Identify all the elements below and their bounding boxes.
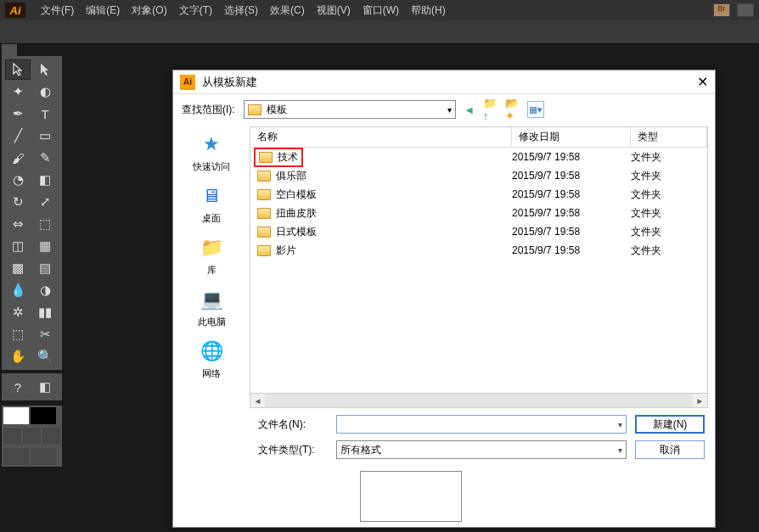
menu-help[interactable]: 帮助(H): [411, 3, 446, 18]
file-row[interactable]: 扭曲皮肤 2015/9/7 19:58 文件夹: [250, 204, 707, 222]
bridge-icon[interactable]: Br: [713, 3, 730, 17]
file-date: 2015/9/7 19:58: [512, 244, 631, 256]
cancel-button[interactable]: 取消: [635, 440, 705, 459]
place-desktop[interactable]: 🖥 桌面: [197, 183, 226, 225]
paintbrush-tool-icon[interactable]: 🖌: [5, 148, 31, 168]
mesh-tool-icon[interactable]: ▩: [5, 258, 31, 278]
file-row[interactable]: 空白模板 2015/9/7 19:58 文件夹: [250, 185, 707, 204]
file-date: 2015/9/7 19:58: [512, 207, 631, 219]
menu-select[interactable]: 选择(S): [224, 3, 258, 18]
place-label: 快速访问: [193, 160, 230, 173]
file-date: 2015/9/7 19:58: [512, 188, 631, 200]
menu-edit[interactable]: 编辑(E): [86, 3, 120, 18]
file-name: 俱乐部: [276, 169, 512, 183]
eyedropper-tool-icon[interactable]: 💧: [5, 280, 31, 300]
hand-tool-icon[interactable]: ✋: [5, 346, 31, 367]
direct-selection-tool-icon[interactable]: [32, 59, 58, 80]
arrange-icon[interactable]: [737, 3, 754, 17]
fill-swatch[interactable]: [3, 407, 29, 424]
type-tool-icon[interactable]: T: [32, 104, 58, 124]
scale-tool-icon[interactable]: ⤢: [32, 192, 58, 212]
zoom-tool-icon[interactable]: 🔍: [32, 346, 58, 367]
dialog-title: 从模板新建: [202, 75, 697, 90]
place-quick-access[interactable]: ★ 快速访问: [193, 132, 230, 173]
place-label: 此电脑: [198, 316, 226, 328]
menu-effect[interactable]: 效果(C): [270, 3, 305, 18]
file-row[interactable]: 影片 2015/9/7 19:58 文件夹: [250, 241, 707, 260]
file-row[interactable]: 俱乐部 2015/9/7 19:58 文件夹: [250, 166, 707, 185]
new-folder-icon[interactable]: 📂✦: [505, 101, 522, 118]
fill-stroke-icon[interactable]: ◧: [32, 377, 58, 397]
col-type[interactable]: 类型: [631, 127, 707, 147]
horizontal-scrollbar[interactable]: ◄ ►: [250, 393, 707, 407]
symbol-sprayer-tool-icon[interactable]: ✲: [5, 302, 31, 322]
screen-mode-icon[interactable]: [3, 448, 29, 465]
width-tool-icon[interactable]: ⇔: [5, 214, 31, 234]
slice-tool-icon[interactable]: ✂: [32, 324, 58, 344]
lasso-tool-icon[interactable]: ◐: [32, 81, 58, 102]
file-type: 文件夹: [631, 206, 707, 221]
places-sidebar: ★ 快速访问 🖥 桌面 📁 库 💻 此电脑 🌐 网络: [173, 125, 250, 410]
free-transform-tool-icon[interactable]: ⬚: [32, 214, 58, 234]
file-type: 文件夹: [631, 169, 707, 183]
chevron-down-icon: ▾: [618, 445, 622, 455]
file-row[interactable]: 日式模板 2015/9/7 19:58 文件夹: [250, 222, 707, 241]
blob-brush-tool-icon[interactable]: ◔: [5, 170, 31, 190]
menu-view[interactable]: 视图(V): [317, 3, 351, 18]
scroll-left-icon[interactable]: ◄: [250, 396, 265, 406]
shape-builder-tool-icon[interactable]: ◫: [5, 236, 31, 256]
scope-label: 查找范围(I):: [182, 103, 235, 117]
file-type: 文件夹: [631, 150, 707, 165]
tools-tab[interactable]: [2, 44, 17, 56]
file-name: 空白模板: [276, 188, 512, 202]
artboard-tool-icon[interactable]: ⬚: [5, 324, 31, 344]
view-menu-icon[interactable]: ▦▾: [527, 101, 544, 118]
file-name: 影片: [276, 244, 512, 258]
pencil-tool-icon[interactable]: ✎: [32, 148, 58, 168]
scope-dropdown[interactable]: 模板 ▾: [244, 100, 456, 119]
close-icon[interactable]: ✕: [697, 74, 708, 90]
col-date[interactable]: 修改日期: [512, 127, 631, 147]
pen-tool-icon[interactable]: ✒: [5, 104, 31, 124]
help-icon[interactable]: ?: [5, 377, 31, 397]
scroll-track[interactable]: [265, 394, 693, 407]
gradient-mode-icon[interactable]: [23, 428, 41, 445]
none-mode-icon[interactable]: [42, 428, 60, 445]
filetype-dropdown[interactable]: 所有格式 ▾: [336, 440, 627, 459]
place-network[interactable]: 🌐 网络: [197, 339, 226, 380]
line-tool-icon[interactable]: ╱: [5, 126, 31, 146]
magic-wand-tool-icon[interactable]: ✦: [5, 81, 31, 102]
menu-window[interactable]: 窗口(W): [363, 3, 399, 18]
quick-access-icon: ★: [197, 132, 226, 157]
menu-type[interactable]: 文字(T): [179, 3, 212, 18]
filename-input[interactable]: ▾: [336, 415, 627, 434]
perspective-grid-tool-icon[interactable]: ▦: [32, 236, 58, 256]
color-mode-icon[interactable]: [3, 428, 21, 445]
stroke-swatch[interactable]: [31, 407, 56, 424]
eraser-tool-icon[interactable]: ◧: [32, 170, 58, 190]
scroll-right-icon[interactable]: ►: [693, 396, 707, 406]
blend-tool-icon[interactable]: ◑: [32, 280, 58, 300]
menu-file[interactable]: 文件(F): [41, 3, 74, 18]
menu-object[interactable]: 对象(O): [132, 3, 166, 18]
back-icon[interactable]: ◄: [461, 101, 478, 118]
this-pc-icon: 💻: [197, 287, 226, 312]
place-this-pc[interactable]: 💻 此电脑: [197, 287, 226, 328]
app-menubar: Ai 文件(F) 编辑(E) 对象(O) 文字(T) 选择(S) 效果(C) 视…: [0, 0, 759, 20]
folder-icon: [257, 208, 271, 219]
tools-panel-wrap: ✦ ◐ ✒ T ╱ ▭ 🖌 ✎ ◔ ◧ ↻ ⤢ ⇔ ⬚ ◫ ▦ ▩ ▤ 💧 ◑ …: [0, 44, 64, 532]
file-row[interactable]: 技术 2015/9/7 19:58 文件夹: [250, 148, 707, 166]
rectangle-tool-icon[interactable]: ▭: [32, 126, 58, 146]
gradient-tool-icon[interactable]: ▤: [32, 258, 58, 278]
up-folder-icon[interactable]: 📁↑: [483, 101, 500, 118]
column-graph-tool-icon[interactable]: ▮▮: [32, 302, 58, 322]
app-logo: Ai: [5, 3, 25, 18]
rotate-tool-icon[interactable]: ↻: [5, 192, 31, 212]
col-name[interactable]: 名称: [250, 127, 512, 147]
selection-tool-icon[interactable]: [5, 59, 31, 80]
place-libraries[interactable]: 📁 库: [197, 235, 226, 277]
filetype-value: 所有格式: [340, 443, 381, 457]
draw-mode-icon[interactable]: [31, 448, 56, 465]
file-name: 技术: [278, 150, 298, 165]
new-button[interactable]: 新建(N): [635, 415, 705, 434]
